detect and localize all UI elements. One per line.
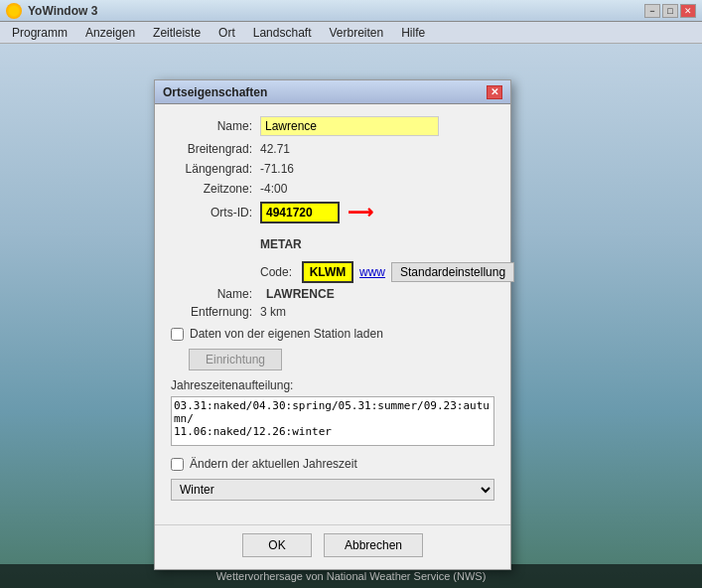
menu-zeitleiste[interactable]: Zeitleiste	[145, 24, 209, 42]
bottom-text: Wettervorhersage von National Weather Se…	[216, 570, 487, 582]
laengengrad-label: Längengrad:	[171, 162, 260, 176]
maximize-button[interactable]: □	[662, 4, 678, 18]
code-input[interactable]	[302, 261, 353, 283]
code-label: Code:	[260, 265, 292, 279]
ortsid-input[interactable]	[260, 202, 340, 223]
laengengrad-row: Längengrad: -71.16	[171, 162, 494, 176]
checkbox1-row: Daten von der eigenen Station laden	[171, 327, 494, 341]
laengengrad-value: -71.16	[260, 162, 294, 176]
jahreszeit-aendern-checkbox[interactable]	[171, 458, 184, 471]
zeitzone-row: Zeitzone: -4:00	[171, 182, 494, 196]
jahreszeit-dropdown[interactable]: Winter Spring Summer Autumn	[171, 479, 494, 501]
zeitzone-label: Zeitzone:	[171, 182, 260, 196]
einrichtung-button[interactable]: Einrichtung	[189, 349, 282, 370]
menu-programm[interactable]: Programm	[4, 24, 75, 42]
menu-ort[interactable]: Ort	[211, 24, 243, 42]
name-label: Name:	[171, 119, 260, 133]
eigene-station-label: Daten von der eigenen Station laden	[190, 327, 383, 341]
ortsid-container: ⟶	[260, 202, 373, 223]
metar-section: METAR	[171, 229, 494, 255]
ok-button[interactable]: OK	[242, 533, 312, 557]
menu-verbreiten[interactable]: Verbreiten	[321, 24, 391, 42]
dialog-ortseigenschaften: Ortseigenschaften ✕ Name: Breitengrad: 4…	[154, 79, 511, 570]
code-row: Code: www Standardeinstellung	[260, 261, 494, 283]
dialog-title: Ortseigenschaften	[163, 85, 487, 99]
menu-landschaft[interactable]: Landschaft	[245, 24, 320, 42]
minimize-button[interactable]: −	[644, 4, 660, 18]
app-icon	[6, 3, 22, 19]
name-row: Name:	[171, 116, 494, 136]
eigene-station-checkbox[interactable]	[171, 328, 184, 341]
name2-value: LAWRENCE	[266, 287, 335, 301]
name2-row: Name: LAWRENCE	[171, 287, 494, 301]
zeitzone-value: -4:00	[260, 182, 287, 196]
dialog-body: Name: Breitengrad: 42.71 Längengrad: -71…	[155, 104, 510, 524]
entfernung-value: 3 km	[260, 305, 286, 319]
breitengrad-label: Breitengrad:	[171, 142, 260, 156]
entfernung-row: Entfernung: 3 km	[171, 305, 494, 319]
dialog-title-bar: Ortseigenschaften ✕	[155, 80, 510, 104]
menu-anzeigen[interactable]: Anzeigen	[77, 24, 143, 42]
dialog-close-button[interactable]: ✕	[487, 85, 502, 99]
red-arrow-icon: ⟶	[348, 202, 373, 223]
www-link[interactable]: www	[359, 265, 385, 279]
name-input[interactable]	[260, 116, 439, 136]
entfernung-label: Entfernung:	[171, 305, 260, 319]
ortsid-label: Orts-ID:	[171, 206, 260, 220]
title-bar-buttons: − □ ✕	[644, 4, 696, 18]
name2-label: Name:	[171, 287, 260, 301]
jahres-label: Jahreszeitenaufteilung:	[171, 378, 494, 392]
dialog-footer: OK Abbrechen	[155, 524, 510, 569]
breitengrad-value: 42.71	[260, 142, 290, 156]
cancel-button[interactable]: Abbrechen	[324, 533, 423, 557]
jahreszeit-aendern-label: Ändern der aktuellen Jahreszeit	[190, 457, 357, 471]
menu-bar: Programm Anzeigen Zeitleiste Ort Landsch…	[0, 22, 702, 44]
metar-title: METAR	[260, 237, 302, 251]
checkbox2-row: Ändern der aktuellen Jahreszeit	[171, 457, 494, 471]
app-title: YoWindow 3	[28, 4, 638, 18]
breitengrad-row: Breitengrad: 42.71	[171, 142, 494, 156]
jahres-textarea[interactable]: 03.31:naked/04.30:spring/05.31:summer/09…	[171, 396, 494, 446]
dropdown-row: Winter Spring Summer Autumn	[171, 479, 494, 501]
close-button[interactable]: ✕	[680, 4, 696, 18]
title-bar: YoWindow 3 − □ ✕	[0, 0, 702, 22]
standardeinstellung-button[interactable]: Standardeinstellung	[391, 262, 514, 282]
menu-hilfe[interactable]: Hilfe	[393, 24, 433, 42]
ortsid-row: Orts-ID: ⟶	[171, 202, 494, 223]
